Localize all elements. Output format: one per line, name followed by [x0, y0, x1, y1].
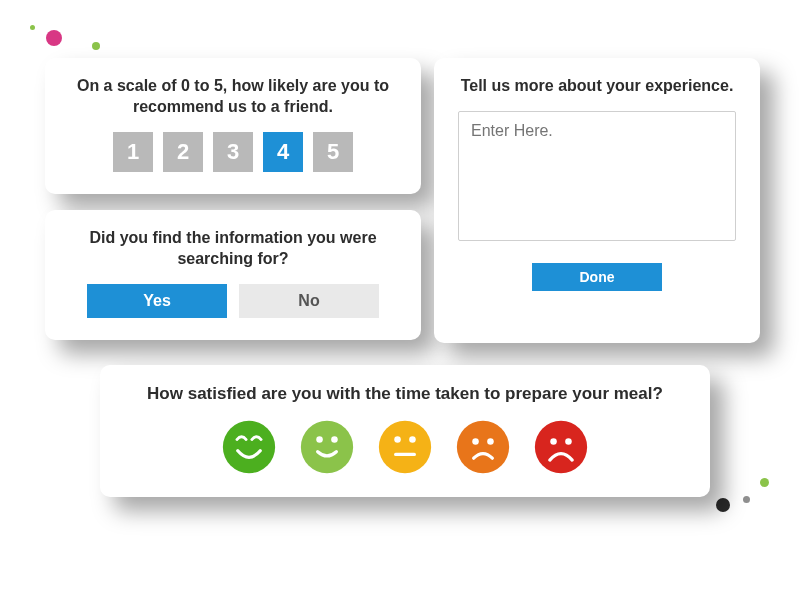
svg-point-2 [316, 436, 323, 443]
rating-option-3[interactable]: 3 [213, 132, 253, 172]
satisfaction-question: How satisfied are you with the time take… [124, 383, 686, 405]
face-neutral-icon[interactable] [377, 419, 433, 475]
no-button[interactable]: No [239, 284, 379, 318]
face-unhappy-icon[interactable] [455, 419, 511, 475]
rating-option-2[interactable]: 2 [163, 132, 203, 172]
feedback-input[interactable] [458, 111, 736, 241]
dot-pink [46, 30, 62, 46]
svg-point-8 [457, 421, 509, 473]
face-very-happy-icon[interactable] [221, 419, 277, 475]
rating-card: On a scale of 0 to 5, how likely are you… [45, 58, 421, 194]
face-angry-icon[interactable] [533, 419, 589, 475]
svg-point-6 [409, 436, 416, 443]
rating-option-1[interactable]: 1 [113, 132, 153, 172]
yes-button[interactable]: Yes [87, 284, 227, 318]
svg-point-11 [535, 421, 587, 473]
svg-point-3 [331, 436, 338, 443]
svg-point-10 [487, 438, 494, 445]
feedback-card: Tell us more about your experience. Done [434, 58, 760, 343]
svg-point-4 [379, 421, 431, 473]
rating-option-4[interactable]: 4 [263, 132, 303, 172]
rating-options-row: 12345 [69, 132, 397, 172]
face-happy-icon[interactable] [299, 419, 355, 475]
rating-question: On a scale of 0 to 5, how likely are you… [69, 76, 397, 118]
feedback-question: Tell us more about your experience. [458, 76, 736, 97]
dot-green-sm [30, 25, 35, 30]
dot-gray-br [743, 496, 750, 503]
yesno-row: Yes No [69, 284, 397, 318]
rating-option-5[interactable]: 5 [313, 132, 353, 172]
dot-green-br [760, 478, 769, 487]
faces-row [124, 419, 686, 475]
svg-point-0 [223, 421, 275, 473]
dot-black-br [716, 498, 730, 512]
svg-point-9 [472, 438, 479, 445]
satisfaction-card: How satisfied are you with the time take… [100, 365, 710, 497]
svg-point-1 [301, 421, 353, 473]
done-button[interactable]: Done [532, 263, 662, 291]
yesno-card: Did you find the information you were se… [45, 210, 421, 340]
svg-point-12 [550, 438, 557, 445]
svg-point-5 [394, 436, 401, 443]
yesno-question: Did you find the information you were se… [69, 228, 397, 270]
svg-point-13 [565, 438, 572, 445]
dot-green-tl [92, 42, 100, 50]
